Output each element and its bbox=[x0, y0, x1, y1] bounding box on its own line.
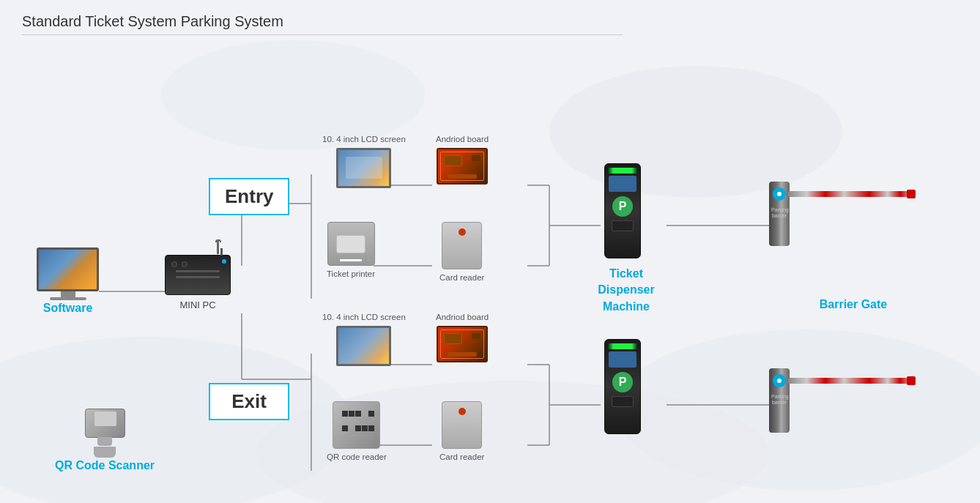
exit-card-reader-led bbox=[459, 408, 466, 415]
software-monitor-icon bbox=[37, 247, 99, 300]
exit-box-component: Exit bbox=[209, 383, 289, 420]
entry-box-component: Entry bbox=[209, 178, 289, 215]
exit-android-label: Andriod board bbox=[436, 312, 489, 323]
entry-card-reader-icon bbox=[442, 222, 482, 269]
entry-printer-label: Ticket printer bbox=[327, 269, 375, 280]
barrier-gate-entry-icon: Parkingbarrier bbox=[769, 178, 916, 247]
card-reader-led bbox=[459, 228, 466, 236]
exit-card-reader-label: Card reader bbox=[439, 452, 484, 463]
barrier-gate-label-container: Barrier Gate bbox=[798, 297, 908, 313]
barrier-gate-exit-component: Parkingbarrier bbox=[769, 365, 916, 434]
entry-printer-icon bbox=[327, 222, 375, 266]
ticket-dispenser-entry-icon: P bbox=[604, 163, 641, 258]
entry-lcd-label: 10. 4 inch LCD screen bbox=[322, 134, 406, 145]
ticket-dispenser-label: Ticket DispenserMachine bbox=[586, 266, 667, 315]
entry-printer-component: Ticket printer bbox=[327, 222, 375, 280]
qr-scanner-body bbox=[85, 409, 125, 438]
entry-card-reader-component: Card reader bbox=[439, 222, 484, 283]
ticket-dispenser-exit-component: P bbox=[604, 339, 641, 434]
exit-android-component: Andriod board bbox=[436, 312, 489, 362]
exit-lcd-component: 10. 4 inch LCD screen bbox=[322, 312, 406, 366]
title-divider bbox=[22, 34, 623, 35]
barrier-gate-entry-component: Parkingbarrier bbox=[769, 178, 916, 247]
exit-qr-reader-component: QR code reader bbox=[327, 401, 387, 463]
exit-label: Exit bbox=[231, 390, 267, 412]
exit-qr-reader-icon bbox=[333, 401, 380, 449]
monitor-neck bbox=[61, 291, 75, 297]
exit-card-reader-component: Card reader bbox=[439, 401, 484, 463]
system-diagram: Software QR Code Scanner bbox=[22, 50, 958, 489]
entry-label: Entry bbox=[225, 185, 273, 207]
mini-pc-component: MINI PC bbox=[165, 255, 231, 312]
ticket-dispenser-exit-icon: P bbox=[604, 339, 641, 434]
software-component: Software bbox=[37, 247, 99, 316]
mini-pc-icon bbox=[165, 255, 231, 295]
entry-lcd-component: 10. 4 inch LCD screen bbox=[322, 134, 406, 188]
ticket-dispenser-label-container: Ticket DispenserMachine bbox=[586, 266, 667, 315]
entry-lcd-screen bbox=[336, 148, 391, 188]
qr-scanner-label: QR Code Scanner bbox=[55, 458, 155, 474]
qr-scanner-icon bbox=[85, 409, 125, 458]
ticket-dispenser-entry-component: P bbox=[604, 163, 641, 258]
large-monitor-screen bbox=[37, 247, 99, 291]
exit-qr-reader-label: QR code reader bbox=[327, 452, 387, 463]
entry-box: Entry bbox=[209, 178, 289, 215]
qr-scanner-component: QR Code Scanner bbox=[55, 409, 155, 474]
exit-android-board bbox=[437, 326, 488, 362]
page-title: Standard Ticket System Parking System bbox=[22, 13, 958, 30]
mini-pc-led bbox=[222, 259, 226, 264]
exit-lcd-screen bbox=[336, 326, 391, 366]
entry-android-component: Andriod board bbox=[436, 134, 489, 185]
mini-pc-body bbox=[165, 255, 231, 295]
entry-card-reader-label: Card reader bbox=[439, 272, 484, 283]
mini-pc-label: MINI PC bbox=[179, 299, 215, 312]
entry-android-board bbox=[437, 148, 488, 185]
exit-box: Exit bbox=[209, 383, 289, 420]
entry-android-label: Andriod board bbox=[436, 134, 489, 145]
barrier-gate-label: Barrier Gate bbox=[798, 297, 908, 313]
barrier-gate-exit-icon: Parkingbarrier bbox=[769, 365, 916, 434]
exit-lcd-label: 10. 4 inch LCD screen bbox=[322, 312, 406, 323]
software-label: Software bbox=[43, 300, 93, 316]
exit-card-reader-icon bbox=[442, 401, 482, 449]
